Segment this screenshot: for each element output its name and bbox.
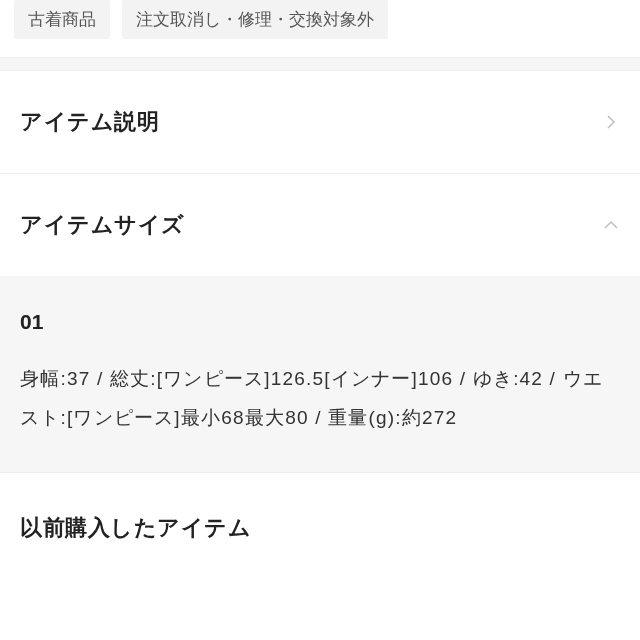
size-measurements: 身幅:37 / 総丈:[ワンピース]126.5[インナー]106 / ゆき:42… — [20, 360, 620, 438]
size-variant-label: 01 — [20, 310, 620, 334]
accordion-title-description: アイテム説明 — [20, 107, 159, 137]
divider — [0, 57, 640, 71]
accordion-item-size[interactable]: アイテムサイズ — [0, 174, 640, 276]
tag-no-cancel-repair-exchange[interactable]: 注文取消し・修理・交換対象外 — [122, 0, 388, 39]
tag-used-item[interactable]: 古着商品 — [14, 0, 110, 39]
accordion-title-size: アイテムサイズ — [20, 210, 185, 240]
tags-row: 古着商品 注文取消し・修理・交換対象外 — [0, 0, 640, 57]
chevron-up-icon — [602, 216, 620, 234]
section-previous-purchases: 以前購入したアイテム — [0, 473, 640, 543]
size-panel: 01 身幅:37 / 総丈:[ワンピース]126.5[インナー]106 / ゆき… — [0, 276, 640, 473]
chevron-right-icon — [602, 113, 620, 131]
section-previous-title: 以前購入したアイテム — [20, 513, 620, 543]
accordion-item-description[interactable]: アイテム説明 — [0, 71, 640, 174]
